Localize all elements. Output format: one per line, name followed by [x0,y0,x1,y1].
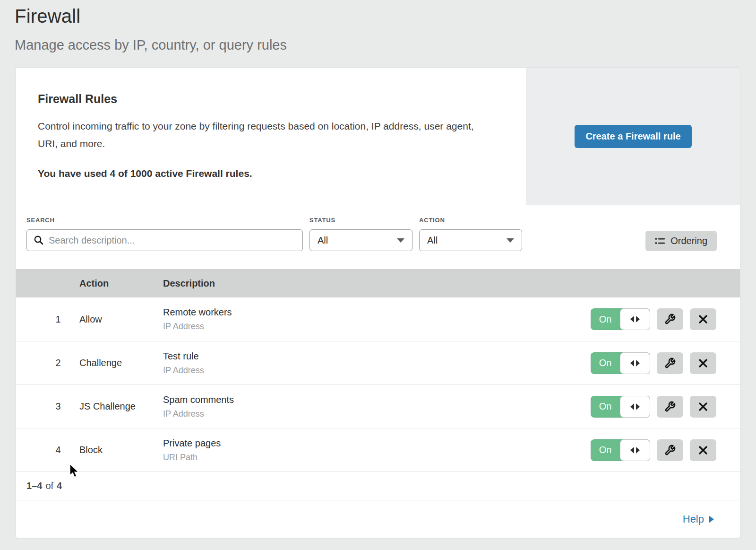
edit-rule-button[interactable] [657,439,683,461]
create-firewall-rule-button[interactable]: Create a Firewall rule [575,125,691,148]
delete-rule-button[interactable] [690,308,716,330]
rule-priority: 1 [16,314,79,325]
usage-summary: You have used 4 of 1000 active Firewall … [38,168,498,179]
help-link[interactable]: Help [683,513,714,525]
table-row: 4 Block Private pages URI Path On [16,428,740,471]
rule-controls: On [589,308,740,330]
intro-aside-panel: Create a Firewall rule [526,68,740,205]
action-group: ACTION All [419,217,522,251]
rule-priority: 2 [16,358,79,368]
rule-priority: 3 [16,401,79,412]
edit-rule-button[interactable] [657,308,683,330]
close-icon [698,402,708,411]
table-row: 2 Challenge Test rule IP Address On [16,341,740,384]
wrench-icon [664,401,676,412]
rule-description-cell: Spam comments IP Address [163,394,589,419]
rule-field: IP Address [163,409,589,419]
table-row: 3 JS Challenge Spam comments IP Address … [16,384,740,428]
search-label: SEARCH [26,217,303,224]
intro-description: Control incoming traffic to your zone by… [38,117,487,152]
toggle-knob[interactable] [620,352,650,374]
rule-enabled-toggle[interactable]: On [591,439,650,461]
rule-description-cell: Private pages URI Path [163,438,589,463]
rule-priority: 4 [16,445,79,455]
delete-rule-button[interactable] [690,439,716,461]
column-header-description: Description [163,278,589,289]
ordering-button[interactable]: Ordering [645,231,717,251]
delete-rule-button[interactable] [690,352,716,374]
edit-rule-button[interactable] [657,352,683,374]
toggle-knob[interactable] [620,396,650,418]
arrows-left-right-icon [636,447,640,454]
rule-description: Spam comments [163,394,589,405]
close-icon [698,314,708,324]
rule-controls: On [589,396,740,418]
arrows-left-right-icon [630,316,634,323]
toggle-on-label: On [591,439,620,461]
chevron-right-icon [709,515,714,523]
rule-controls: On [589,439,740,461]
toggle-on-label: On [591,308,620,330]
search-icon [34,235,44,245]
search-box[interactable] [26,229,303,251]
rule-controls: On [589,352,740,374]
page-subtitle: Manage access by IP, country, or query r… [15,37,756,53]
rule-description: Test rule [163,351,589,362]
rule-description: Private pages [163,438,589,449]
delete-rule-button[interactable] [690,396,716,418]
pagination-of: of [45,480,53,491]
rule-field: IP Address [163,366,589,375]
arrows-left-right-icon [636,403,640,410]
action-select-value: All [427,235,438,246]
filter-bar: SEARCH STATUS All ACTION All [16,205,740,269]
ordering-button-label: Ordering [670,236,707,246]
arrows-left-right-icon [630,360,634,367]
pagination-total: 4 [57,480,62,491]
page-header: Firewall Manage access by IP, country, o… [0,0,756,53]
table-header: Action Description [16,269,740,297]
rule-description-cell: Remote workers IP Address [163,307,589,332]
page-title: Firewall [15,6,756,27]
rule-enabled-toggle[interactable]: On [591,308,650,330]
rule-description-cell: Test rule IP Address [163,351,589,375]
status-group: STATUS All [309,217,412,251]
edit-rule-button[interactable] [657,396,683,418]
action-label: ACTION [419,217,522,224]
status-label: STATUS [309,217,412,224]
chevron-down-icon [397,238,404,243]
help-row: Help [16,500,740,538]
wrench-icon [664,314,676,325]
rule-field: IP Address [163,322,589,332]
help-link-label: Help [683,513,704,525]
search-input[interactable] [49,235,296,246]
status-select-value: All [318,235,328,246]
arrows-left-right-icon [630,447,634,454]
intro-heading: Firewall Rules [38,92,498,106]
pagination: 1–4 of 4 [16,471,740,500]
firewall-rules-card: Firewall Rules Control incoming traffic … [16,67,740,538]
arrows-left-right-icon [630,403,634,410]
chevron-down-icon [507,238,514,243]
close-icon [698,445,708,455]
rule-field: URI Path [163,453,589,463]
rule-enabled-toggle[interactable]: On [591,352,650,374]
table-row: 1 Allow Remote workers IP Address On [16,297,740,341]
rule-enabled-toggle[interactable]: On [591,396,650,418]
rule-action: Challenge [79,358,163,368]
arrows-left-right-icon [636,316,640,323]
toggle-on-label: On [591,396,620,418]
wrench-icon [664,445,676,456]
status-select[interactable]: All [309,229,412,251]
column-header-action: Action [79,278,163,289]
search-group: SEARCH [26,217,303,251]
wrench-icon [664,358,676,369]
toggle-on-label: On [591,352,620,374]
intro-section: Firewall Rules Control incoming traffic … [16,68,740,205]
close-icon [698,358,708,368]
rule-description: Remote workers [163,307,589,318]
toggle-knob[interactable] [620,439,650,461]
arrows-left-right-icon [636,360,640,367]
ordering-list-icon [655,237,665,245]
toggle-knob[interactable] [620,308,650,330]
action-select[interactable]: All [419,229,522,251]
